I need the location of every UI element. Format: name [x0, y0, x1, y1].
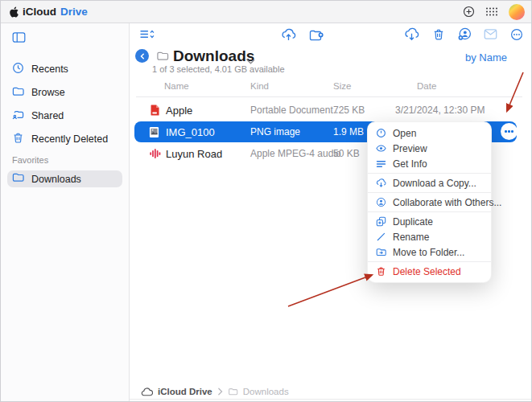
- sidebar: Recents Browse Shared Recently Deleted F…: [1, 23, 130, 402]
- folder-icon: [228, 387, 238, 396]
- menu-item-open[interactable]: Open: [368, 125, 491, 141]
- file-kind: Portable Document...: [250, 105, 341, 116]
- sidebar-item-label: Shared: [31, 110, 64, 121]
- file-name: Apple: [166, 105, 192, 117]
- menu-item-label: Open: [393, 128, 416, 139]
- sidebar-toggle-icon[interactable]: [12, 31, 26, 47]
- icloud-drive-window: iCloud Drive Recents: [0, 0, 532, 402]
- menu-item-delete-selected[interactable]: Delete Selected: [368, 264, 491, 279]
- apps-grid-icon[interactable]: [485, 6, 498, 17]
- sidebar-item-shared[interactable]: Shared: [7, 108, 122, 124]
- column-header-date[interactable]: Date: [417, 81, 436, 91]
- menu-item-duplicate[interactable]: Duplicate: [368, 214, 491, 229]
- collaborate-person-icon: [376, 197, 386, 207]
- menu-item-label: Collaborate with Others...: [393, 197, 501, 208]
- column-header-name[interactable]: Name: [164, 81, 189, 91]
- menu-item-download-a-copy[interactable]: Download a Copy...: [368, 175, 491, 191]
- folder-icon: [12, 85, 24, 100]
- file-name: Luyun Road: [166, 148, 222, 160]
- trash-icon: [376, 266, 386, 277]
- file-kind: PNG image: [250, 126, 300, 137]
- file-kind: Apple MPEG-4 audio: [250, 148, 341, 159]
- list-view-sort-icon[interactable]: [139, 28, 155, 40]
- duplicate-icon: [376, 216, 386, 227]
- download-cloud-icon: [376, 178, 386, 188]
- file-size: 50 KB: [333, 148, 360, 159]
- table-header-divider: [136, 96, 522, 97]
- sidebar-item-label: Recently Deleted: [31, 133, 108, 145]
- table-row-apple[interactable]: Apple Portable Document... 725 KB 3/21/2…: [134, 100, 517, 121]
- new-folder-icon[interactable]: [309, 28, 324, 41]
- folder-icon: [12, 171, 24, 187]
- avatar[interactable]: [509, 4, 525, 20]
- sidebar-section-title: Favorites: [12, 155, 122, 165]
- app-name: iCloud: [23, 6, 56, 18]
- menu-item-label: Download a Copy...: [393, 178, 476, 189]
- sidebar-item-browse[interactable]: Browse: [7, 84, 122, 100]
- brand: iCloud Drive: [9, 6, 88, 18]
- breadcrumb-chevron-icon: [217, 388, 223, 396]
- add-person-icon[interactable]: [458, 27, 472, 41]
- menu-item-preview[interactable]: Preview: [368, 141, 491, 156]
- breadcrumb-root[interactable]: iCloud Drive: [158, 387, 212, 396]
- menu-item-collaborate[interactable]: Collaborate with Others...: [368, 195, 491, 210]
- sidebar-item-downloads[interactable]: Downloads: [7, 170, 122, 187]
- sidebar-item-label: Downloads: [31, 174, 81, 185]
- more-circle-icon[interactable]: [510, 28, 523, 41]
- mail-icon[interactable]: [484, 28, 497, 40]
- clock-icon: [12, 62, 24, 77]
- file-size: 1.9 MB: [333, 126, 364, 137]
- folder-icon: [156, 50, 169, 65]
- main-toolbar: [130, 23, 532, 45]
- row-more-button[interactable]: [501, 123, 518, 140]
- image-file-icon: [149, 125, 162, 138]
- sidebar-item-label: Browse: [31, 87, 65, 98]
- apple-logo-icon: [9, 6, 19, 18]
- open-icon: [376, 128, 386, 138]
- file-date: 3/21/2024, 12:30 PM: [395, 105, 485, 116]
- sidebar-item-recents[interactable]: Recents: [7, 61, 122, 77]
- menu-divider: [368, 192, 491, 193]
- rename-pencil-icon: [376, 232, 386, 242]
- shared-folder-icon: [12, 109, 24, 124]
- top-bar: iCloud Drive: [1, 1, 532, 23]
- sidebar-item-label: Recents: [31, 64, 68, 75]
- file-size: 725 KB: [333, 105, 365, 116]
- column-header-kind[interactable]: Kind: [250, 81, 269, 91]
- selection-status: 1 of 3 selected, 4.01 GB available: [152, 64, 285, 74]
- column-header-size[interactable]: Size: [333, 81, 351, 91]
- add-circle-icon[interactable]: [463, 6, 475, 18]
- menu-item-label: Rename: [393, 232, 429, 243]
- sort-by-name-link[interactable]: by Name: [465, 51, 507, 64]
- upload-cloud-icon[interactable]: [281, 27, 296, 41]
- trash-icon[interactable]: [432, 28, 445, 41]
- footer-breadcrumb: iCloud Drive Downloads: [130, 384, 532, 399]
- footer-divider: [130, 399, 532, 400]
- menu-item-get-info[interactable]: Get Info: [368, 156, 491, 171]
- page-title: Downloads: [173, 47, 254, 65]
- menu-item-label: Duplicate: [393, 216, 433, 228]
- menu-item-move-to-folder[interactable]: Move to Folder...: [368, 244, 491, 260]
- pdf-file-icon: [149, 104, 162, 117]
- info-lines-icon: [376, 159, 386, 169]
- annotation-arrow-to-delete-selected: [288, 275, 372, 306]
- back-button[interactable]: [135, 49, 149, 63]
- menu-divider: [368, 211, 491, 212]
- eye-icon: [376, 144, 386, 153]
- menu-divider: [368, 173, 491, 174]
- menu-divider: [368, 261, 491, 262]
- cloud-icon: [141, 388, 153, 396]
- file-name: IMG_0100: [166, 126, 215, 138]
- context-menu: Open Preview Get Info Download a Copy...: [367, 121, 492, 283]
- menu-item-label: Move to Folder...: [393, 247, 464, 258]
- menu-item-label: Preview: [393, 143, 427, 154]
- trash-icon: [12, 132, 24, 147]
- move-folder-icon: [376, 247, 386, 257]
- menu-item-label: Delete Selected: [393, 266, 461, 277]
- menu-item-rename[interactable]: Rename: [368, 229, 491, 244]
- download-cloud-icon[interactable]: [404, 27, 419, 41]
- app-section: Drive: [60, 6, 88, 18]
- menu-item-label: Get Info: [393, 158, 427, 170]
- sidebar-item-recently-deleted[interactable]: Recently Deleted: [7, 131, 122, 147]
- breadcrumb-current[interactable]: Downloads: [243, 387, 289, 396]
